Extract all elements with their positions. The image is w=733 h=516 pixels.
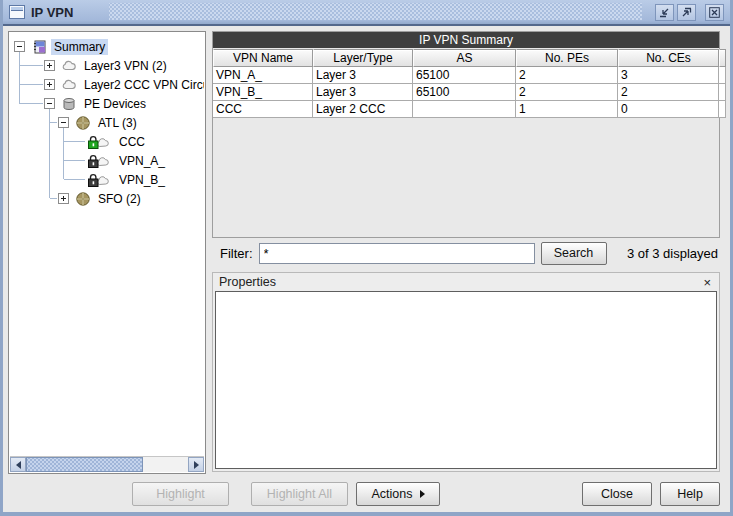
tree-item-label: VPN_A_ (116, 153, 168, 169)
vpn-summary-table: VPN Name Layer/Type AS No. PEs No. CEs V… (213, 49, 719, 118)
actions-button-label: Actions (372, 487, 413, 501)
table-cell[interactable]: VPN_B_ (213, 84, 313, 101)
left-arrow-icon (16, 461, 21, 469)
table-cell[interactable]: 3 (618, 67, 719, 84)
dark-lock-cloud-icon (86, 172, 112, 188)
router-globe-icon (74, 115, 91, 131)
column-header-stub (719, 49, 726, 67)
column-header-vpn-name[interactable]: VPN Name (213, 49, 313, 67)
tree-item-label: VPN_B_ (116, 172, 168, 188)
tree-item-ccc[interactable]: CCC (10, 132, 204, 151)
tree-item-layer2-ccc-vpn-circuit[interactable]: Layer2 CCC VPN Circuit (10, 75, 204, 94)
expand-toggle-icon[interactable] (44, 79, 55, 90)
table-cell[interactable]: 2 (618, 84, 719, 101)
table-cell[interactable]: Layer 2 CCC (313, 101, 413, 118)
table-cell-stub (719, 67, 726, 84)
table-cell[interactable]: Layer 3 (313, 84, 413, 101)
window-body: Summary Layer3 VPN (2) (3, 26, 730, 512)
table-cell-stub (719, 84, 726, 101)
table-cell[interactable]: VPN_A_ (213, 67, 313, 84)
help-button[interactable]: Help (660, 482, 720, 506)
display-count: 3 of 3 displayed (627, 246, 718, 261)
cloud-icon (60, 77, 77, 93)
collapse-toggle-icon[interactable] (14, 41, 25, 52)
scrollbar-track[interactable] (26, 457, 188, 472)
tree-item-layer3-vpn[interactable]: Layer3 VPN (2) (10, 56, 204, 75)
router-globe-icon (74, 191, 91, 207)
table-cell[interactable]: 2 (516, 84, 618, 101)
table-cell[interactable]: 65100 (413, 67, 516, 84)
scroll-left-button[interactable] (10, 457, 26, 472)
collapse-toggle-icon[interactable] (58, 117, 69, 128)
green-lock-cloud-icon (86, 134, 112, 150)
properties-panel: Properties × (212, 272, 720, 472)
window-title: IP VPN (31, 5, 73, 20)
tree-item-label: SFO (2) (95, 191, 144, 207)
tree-item-label: Summary (51, 39, 108, 55)
search-button[interactable]: Search (541, 242, 607, 265)
tree-item-label: Layer3 VPN (2) (81, 58, 170, 74)
tree-item-label: ATL (3) (95, 115, 140, 131)
cylinder-icon (60, 96, 77, 112)
tree-item-summary[interactable]: Summary (10, 37, 204, 56)
minimize-button[interactable] (655, 4, 674, 21)
properties-panel-header: Properties × (213, 273, 719, 291)
table-cell-stub (719, 101, 726, 118)
expand-toggle-icon[interactable] (58, 193, 69, 204)
table-cell[interactable] (413, 101, 516, 118)
table-cell[interactable]: 2 (516, 67, 618, 84)
tree-item-label: PE Devices (81, 96, 149, 112)
titlebar-texture (109, 3, 642, 20)
maximize-icon (681, 7, 692, 18)
window-titlebar[interactable]: IP VPN (3, 0, 730, 26)
highlight-all-button[interactable]: Highlight All (251, 482, 348, 506)
properties-panel-title: Properties (219, 275, 276, 289)
vpn-tree: Summary Layer3 VPN (2) (10, 32, 204, 456)
tree-item-label: CCC (116, 134, 148, 150)
column-header-layer-type[interactable]: Layer/Type (313, 49, 413, 67)
expand-toggle-icon[interactable] (44, 60, 55, 71)
table-cell[interactable]: CCC (213, 101, 313, 118)
dark-lock-cloud-icon (86, 153, 112, 169)
column-header-as[interactable]: AS (413, 49, 516, 67)
h-scrollbar[interactable] (10, 456, 204, 472)
close-button[interactable]: Close (582, 482, 652, 506)
filter-bar: Filter: Search 3 of 3 displayed (212, 239, 720, 267)
right-arrow-icon (194, 461, 199, 469)
table-cell[interactable]: 0 (618, 101, 719, 118)
column-header-no-ces[interactable]: No. CEs (618, 49, 719, 67)
properties-close-icon[interactable]: × (701, 276, 713, 289)
highlight-button[interactable]: Highlight (132, 482, 229, 506)
tree-item-vpn-a[interactable]: VPN_A_ (10, 151, 204, 170)
close-icon (709, 7, 720, 18)
vpn-tree-panel: Summary Layer3 VPN (2) (8, 31, 206, 474)
scroll-right-button[interactable] (188, 457, 204, 472)
ip-vpn-window: IP VPN (0, 0, 733, 516)
minimize-icon (659, 7, 670, 18)
tree-item-sfo[interactable]: SFO (2) (10, 189, 204, 208)
table-cell[interactable]: 1 (516, 101, 618, 118)
tree-item-vpn-b[interactable]: VPN_B_ (10, 170, 204, 189)
table-cell[interactable]: 65100 (413, 84, 516, 101)
vpn-summary-panel: IP VPN Summary VPN Name Layer/Type AS No… (212, 31, 720, 238)
collapse-toggle-icon[interactable] (44, 98, 55, 109)
cloud-icon (60, 58, 77, 74)
actions-button[interactable]: Actions (356, 482, 440, 506)
notebook-icon (30, 39, 47, 55)
menu-arrow-icon (420, 490, 425, 498)
maximize-button[interactable] (677, 4, 696, 21)
column-header-no-pes[interactable]: No. PEs (516, 49, 618, 67)
summary-panel-title: IP VPN Summary (213, 32, 719, 48)
properties-content (215, 291, 717, 469)
scrollbar-thumb[interactable] (26, 457, 143, 472)
filter-input[interactable] (259, 243, 535, 264)
tree-item-pe-devices[interactable]: PE Devices (10, 94, 204, 113)
window-icon (9, 5, 25, 19)
filter-label: Filter: (212, 246, 259, 261)
table-cell[interactable]: Layer 3 (313, 67, 413, 84)
tree-item-atl[interactable]: ATL (3) (10, 113, 204, 132)
close-window-button[interactable] (705, 4, 724, 21)
footer-button-bar: Highlight Highlight All Actions Close He… (3, 479, 730, 509)
tree-item-label: Layer2 CCC VPN Circuit (81, 77, 204, 93)
